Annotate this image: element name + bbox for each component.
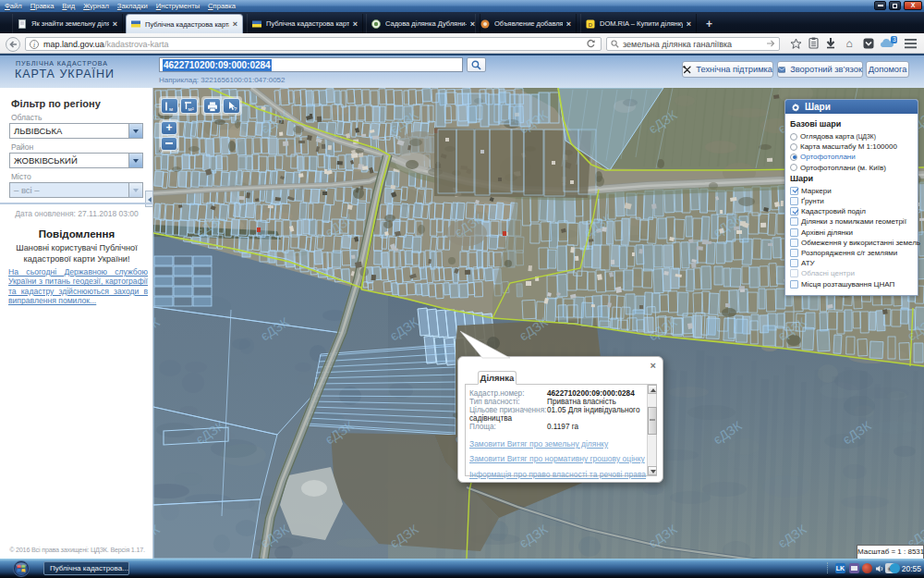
svg-text:D: D (589, 21, 593, 27)
svg-text:м: м (169, 106, 173, 112)
svg-text:?: ? (234, 106, 237, 112)
svg-text:м²: м² (188, 106, 194, 112)
